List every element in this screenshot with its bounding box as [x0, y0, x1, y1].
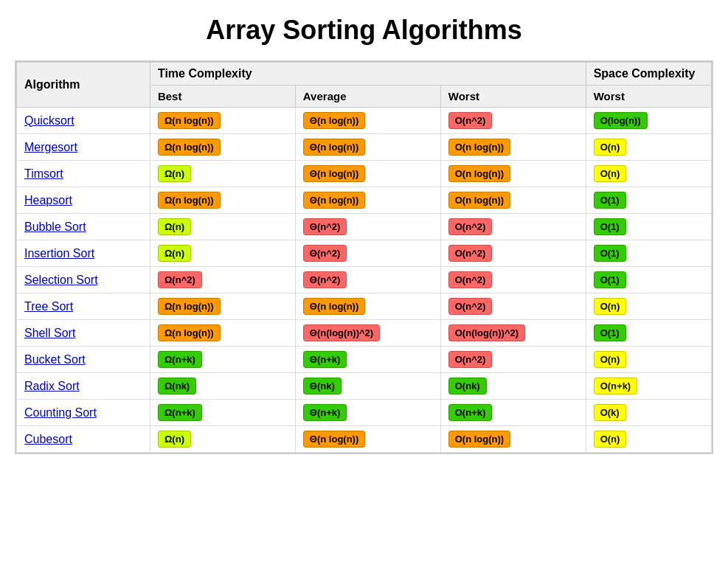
- best-cell: Ω(n log(n)): [150, 320, 295, 347]
- worst-cell: O(n^2): [440, 293, 586, 320]
- algo-link[interactable]: Bubble Sort: [24, 220, 86, 233]
- algo-link[interactable]: Mergesort: [24, 141, 77, 153]
- avg-cell: Θ(n(log(n))^2): [295, 320, 440, 347]
- space-badge: O(n+k): [594, 378, 638, 394]
- algo-link[interactable]: Timsort: [24, 167, 63, 180]
- space-cell: O(log(n)): [586, 108, 711, 134]
- table-row: Radix SortΩ(nk)Θ(nk)O(nk)O(n+k): [17, 373, 712, 400]
- worst-badge: O(n log(n)): [448, 165, 510, 182]
- best-cell: Ω(nk): [150, 373, 295, 400]
- algo-link[interactable]: Insertion Sort: [24, 247, 94, 260]
- avg-badge: Θ(n log(n)): [303, 192, 365, 209]
- avg-badge: Θ(n log(n)): [303, 139, 365, 156]
- best-badge: Ω(n): [158, 218, 191, 235]
- algo-name-cell[interactable]: Bubble Sort: [17, 214, 150, 240]
- space-cell: O(n): [586, 293, 711, 320]
- algo-name-cell[interactable]: Tree Sort: [17, 293, 150, 320]
- sub-worst-space: Worst: [586, 86, 711, 108]
- algo-link[interactable]: Shell Sort: [24, 327, 75, 339]
- best-cell: Ω(n): [150, 426, 295, 453]
- avg-badge: Θ(n log(n)): [303, 112, 365, 129]
- algo-link[interactable]: Quicksort: [24, 114, 74, 127]
- algo-name-cell[interactable]: Quicksort: [17, 108, 150, 134]
- algo-link[interactable]: Selection Sort: [24, 274, 98, 286]
- avg-cell: Θ(n^2): [295, 214, 440, 240]
- worst-badge: O(n^2): [448, 112, 493, 129]
- worst-cell: O(n log(n)): [440, 161, 586, 187]
- best-badge: Ω(nk): [158, 378, 196, 394]
- algo-name-cell[interactable]: Shell Sort: [17, 320, 150, 347]
- best-cell: Ω(n): [150, 214, 295, 240]
- algo-name-cell[interactable]: Counting Sort: [17, 400, 150, 426]
- worst-badge: O(n log(n)): [448, 139, 510, 156]
- space-badge: O(n): [594, 298, 627, 315]
- algo-name-cell[interactable]: Heapsort: [17, 187, 150, 214]
- space-badge: O(log(n)): [594, 112, 648, 129]
- algo-name-cell[interactable]: Insertion Sort: [17, 240, 150, 267]
- header-main-row: Algorithm Time Complexity Space Complexi…: [17, 63, 712, 86]
- space-cell: O(n): [586, 134, 711, 161]
- algo-link[interactable]: Bucket Sort: [24, 353, 86, 366]
- table-row: Shell SortΩ(n log(n))Θ(n(log(n))^2)O(n(l…: [17, 320, 712, 347]
- best-badge: Ω(n^2): [158, 271, 202, 288]
- space-badge: O(1): [594, 218, 626, 235]
- best-cell: Ω(n log(n)): [150, 134, 295, 161]
- page-title: Array Sorting Algorithms: [15, 15, 713, 46]
- table-row: Tree SortΩ(n log(n))Θ(n log(n))O(n^2)O(n…: [17, 293, 712, 320]
- table-row: Counting SortΩ(n+k)Θ(n+k)O(n+k)O(k): [17, 400, 712, 426]
- avg-cell: Θ(n log(n)): [295, 134, 440, 161]
- avg-cell: Θ(n log(n)): [295, 426, 440, 453]
- table-row: CubesortΩ(n)Θ(n log(n))O(n log(n))O(n): [17, 426, 712, 453]
- algo-link[interactable]: Heapsort: [24, 194, 72, 206]
- worst-cell: O(n+k): [440, 400, 586, 426]
- col-time-complexity: Time Complexity: [150, 63, 586, 86]
- avg-cell: Θ(nk): [295, 373, 440, 400]
- worst-badge: O(n^2): [448, 271, 493, 288]
- worst-cell: O(n^2): [440, 108, 586, 134]
- best-badge: Ω(n log(n)): [158, 324, 221, 341]
- space-cell: O(1): [586, 214, 711, 240]
- avg-badge: Θ(n log(n)): [303, 298, 365, 315]
- space-badge: O(n): [594, 139, 627, 156]
- space-cell: O(1): [586, 267, 711, 293]
- space-badge: O(1): [594, 245, 626, 262]
- algo-name-cell[interactable]: Bucket Sort: [17, 347, 150, 373]
- table-row: Bucket SortΩ(n+k)Θ(n+k)O(n^2)O(n): [17, 347, 712, 373]
- algo-name-cell[interactable]: Selection Sort: [17, 267, 150, 293]
- algo-link[interactable]: Radix Sort: [24, 380, 80, 392]
- space-badge: O(1): [594, 271, 626, 288]
- algo-name-cell[interactable]: Mergesort: [17, 134, 150, 161]
- best-cell: Ω(n+k): [150, 400, 295, 426]
- space-cell: O(1): [586, 320, 711, 347]
- algo-name-cell[interactable]: Radix Sort: [17, 373, 150, 400]
- space-cell: O(n): [586, 347, 711, 373]
- space-badge: O(n): [594, 165, 627, 182]
- avg-badge: Θ(n log(n)): [303, 165, 365, 182]
- table-container: Algorithm Time Complexity Space Complexi…: [15, 60, 713, 454]
- sorting-table: Algorithm Time Complexity Space Complexi…: [16, 62, 712, 453]
- best-badge: Ω(n+k): [158, 404, 202, 421]
- avg-badge: Θ(n(log(n))^2): [303, 324, 380, 341]
- algo-link[interactable]: Tree Sort: [24, 300, 73, 313]
- best-cell: Ω(n log(n)): [150, 108, 295, 134]
- algo-link[interactable]: Counting Sort: [24, 406, 97, 419]
- algo-name-cell[interactable]: Cubesort: [17, 426, 150, 453]
- space-badge: O(n): [594, 431, 627, 448]
- algo-link[interactable]: Cubesort: [24, 433, 72, 445]
- avg-cell: Θ(n^2): [295, 267, 440, 293]
- worst-cell: O(n log(n)): [440, 426, 586, 453]
- avg-cell: Θ(n log(n)): [295, 293, 440, 320]
- worst-cell: O(nk): [440, 373, 586, 400]
- table-row: Bubble SortΩ(n)Θ(n^2)O(n^2)O(1): [17, 214, 712, 240]
- avg-badge: Θ(n+k): [303, 404, 347, 421]
- best-cell: Ω(n^2): [150, 267, 295, 293]
- avg-cell: Θ(n+k): [295, 347, 440, 373]
- sub-best: Best: [150, 86, 295, 108]
- avg-cell: Θ(n+k): [295, 400, 440, 426]
- avg-cell: Θ(n log(n)): [295, 108, 440, 134]
- avg-cell: Θ(n log(n)): [295, 161, 440, 187]
- table-row: Insertion SortΩ(n)Θ(n^2)O(n^2)O(1): [17, 240, 712, 267]
- worst-badge: O(n^2): [448, 351, 493, 368]
- algo-name-cell[interactable]: Timsort: [17, 161, 150, 187]
- space-cell: O(n): [586, 426, 711, 453]
